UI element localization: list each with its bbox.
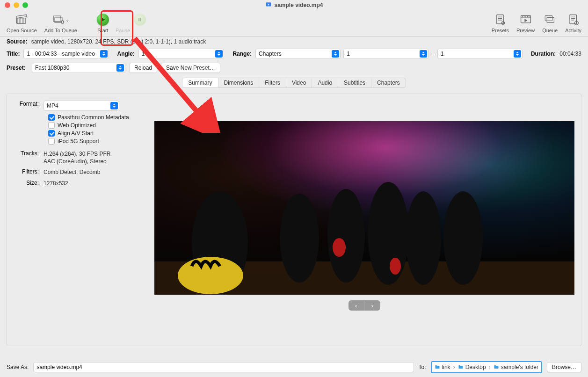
angle-value: 1 xyxy=(142,51,145,57)
tab-filters[interactable]: Filters xyxy=(259,78,286,87)
queue-button[interactable]: Queue xyxy=(538,10,561,33)
open-source-button[interactable]: Open Source xyxy=(3,10,41,33)
folder-icon xyxy=(458,364,464,370)
folder-icon xyxy=(494,364,499,370)
pause-icon xyxy=(134,14,146,26)
add-to-queue-label: Add To Queue xyxy=(44,28,77,33)
svg-point-24 xyxy=(443,191,483,285)
browse-button[interactable]: Browse… xyxy=(547,362,581,372)
presets-button[interactable]: Presets xyxy=(488,10,513,33)
align-av-label: Align A/V Start xyxy=(58,130,94,137)
breadcrumb-segment: link xyxy=(435,364,450,370)
preview-next-button[interactable]: › xyxy=(364,300,380,311)
document-icon xyxy=(265,1,271,9)
svg-rect-7 xyxy=(497,15,503,24)
angle-select[interactable]: 1 xyxy=(138,49,225,59)
passthru-metadata-checkbox[interactable] xyxy=(48,114,55,121)
queue-add-icon: ⌄ xyxy=(52,13,69,26)
source-label: Source: xyxy=(7,38,28,45)
presets-icon xyxy=(494,13,506,26)
web-optimized-label: Web Optimized xyxy=(58,122,96,129)
select-arrows-icon xyxy=(332,50,339,58)
svg-rect-6 xyxy=(140,18,141,22)
minimize-window-button[interactable] xyxy=(14,2,19,8)
size-value: 1278x532 xyxy=(44,180,147,187)
align-av-checkbox[interactable] xyxy=(48,130,55,137)
tab-video[interactable]: Video xyxy=(286,78,312,87)
range-from-select[interactable]: 1 xyxy=(343,49,428,59)
size-label: Size: xyxy=(12,180,44,187)
tracks-value: H.264 (x264), 30 FPS PFR AAC (CoreAudio)… xyxy=(44,150,147,165)
breadcrumb-separator: › xyxy=(489,364,491,370)
svg-rect-10 xyxy=(545,16,552,21)
close-window-button[interactable] xyxy=(5,2,10,8)
svg-rect-11 xyxy=(547,17,554,22)
reload-preset-button[interactable]: Reload xyxy=(129,63,157,73)
preview-prev-button[interactable]: ‹ xyxy=(348,300,364,311)
ipod-5g-checkbox[interactable] xyxy=(48,138,55,145)
select-arrows-icon xyxy=(110,102,118,109)
tracks-label: Tracks: xyxy=(12,150,44,165)
title-row: Title: 1 - 00:04:33 - sample video Angle… xyxy=(0,47,588,61)
play-icon xyxy=(97,13,109,26)
pause-button xyxy=(133,13,147,26)
svg-point-26 xyxy=(333,238,346,257)
ipod-5g-label: iPod 5G Support xyxy=(58,138,99,145)
tab-chapters[interactable]: Chapters xyxy=(371,78,406,87)
select-arrows-icon xyxy=(514,50,521,58)
tab-audio[interactable]: Audio xyxy=(312,78,338,87)
save-bar: Save As: To: link › Desktop › sample's f… xyxy=(0,361,588,373)
activity-label: Activity xyxy=(565,28,581,33)
select-arrows-icon xyxy=(116,64,124,72)
breadcrumb-text: sample's folder xyxy=(501,364,538,370)
save-as-input[interactable] xyxy=(33,362,414,372)
preset-select[interactable]: Fast 1080p30 xyxy=(32,63,125,73)
breadcrumb-separator: › xyxy=(453,364,455,370)
duration-label: Duration: xyxy=(531,51,556,57)
preview-pager: ‹ › xyxy=(348,300,380,311)
tab-dimensions[interactable]: Dimensions xyxy=(218,78,260,87)
add-to-queue-button[interactable]: ⌄ Add To Queue xyxy=(41,10,78,33)
range-type-value: Chapters xyxy=(259,51,282,57)
format-value: MP4 xyxy=(47,102,58,109)
title-select[interactable]: 1 - 00:04:33 - sample video xyxy=(23,49,109,59)
svg-point-20 xyxy=(280,194,319,283)
save-new-preset-button[interactable]: Save New Preset… xyxy=(161,63,220,73)
preset-label: Preset: xyxy=(7,65,28,71)
breadcrumb-text: Desktop xyxy=(465,364,486,370)
svg-point-21 xyxy=(327,189,365,283)
tab-subtitles[interactable]: Subtitles xyxy=(338,78,371,87)
tracks-line2: AAC (CoreAudio), Stereo xyxy=(44,158,107,165)
tab-summary[interactable]: Summary xyxy=(182,78,218,87)
summary-panel: Format: MP4 Passthru Common Metadata Web… xyxy=(7,94,581,346)
film-clapper-icon xyxy=(15,13,28,26)
preview-label: Preview xyxy=(516,28,535,33)
breadcrumb-text: link xyxy=(442,364,450,370)
select-arrows-icon xyxy=(215,50,223,58)
svg-rect-1 xyxy=(17,18,26,23)
presets-label: Presets xyxy=(492,28,509,33)
preset-row: Preset: Fast 1080p30 Reload Save New Pre… xyxy=(0,61,588,75)
queue-label: Queue xyxy=(542,28,558,33)
filters-label: Filters: xyxy=(12,168,44,176)
zoom-window-button[interactable] xyxy=(22,2,28,8)
svg-point-23 xyxy=(406,191,441,285)
activity-button[interactable]: Activity xyxy=(561,10,585,33)
start-button[interactable]: Start xyxy=(92,10,114,33)
chevron-down-icon[interactable]: ⌄ xyxy=(65,17,69,22)
tracks-line1: H.264 (x264), 30 FPS PFR xyxy=(44,151,110,157)
destination-path-box[interactable]: link › Desktop › sample's folder xyxy=(431,361,542,373)
range-to-select[interactable]: 1 xyxy=(437,49,523,59)
web-optimized-checkbox[interactable] xyxy=(48,122,55,129)
tabs: Summary Dimensions Filters Video Audio S… xyxy=(0,78,588,88)
pause-button-label-col: Pause xyxy=(112,10,134,33)
select-arrows-icon xyxy=(420,50,427,58)
start-label: Start xyxy=(97,28,108,33)
passthru-metadata-label: Passthru Common Metadata xyxy=(58,114,129,121)
range-label: Range: xyxy=(232,51,252,57)
range-type-select[interactable]: Chapters xyxy=(255,49,341,59)
open-source-label: Open Source xyxy=(7,28,37,33)
source-value: sample video, 1280x720, 24 FPS, SDR (8-b… xyxy=(31,38,206,45)
format-select[interactable]: MP4 xyxy=(44,101,119,111)
preview-button[interactable]: Preview xyxy=(513,10,538,33)
